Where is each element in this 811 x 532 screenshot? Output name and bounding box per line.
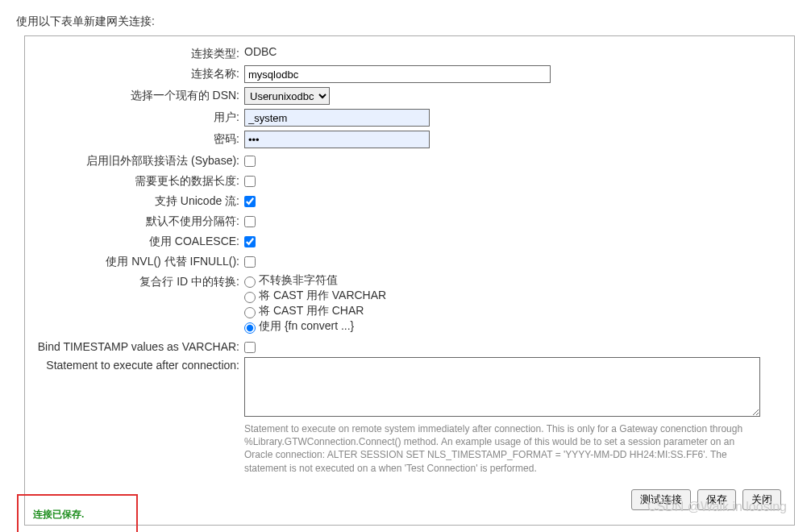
close-button[interactable]: 关闭 xyxy=(742,489,781,510)
unicode-checkbox[interactable] xyxy=(244,196,256,207)
label-password: 密码: xyxy=(35,130,244,147)
user-input[interactable] xyxy=(244,109,430,127)
no-separator-checkbox[interactable] xyxy=(244,216,256,227)
label-nvl: 使用 NVL() 代替 IFNULL(): xyxy=(35,252,244,269)
form-panel: 连接类型: ODBC 连接名称: 选择一个现有的 DSN: Userunixod… xyxy=(24,35,795,526)
radio-cast-char[interactable] xyxy=(244,307,256,318)
radio-label-cast-char: 将 CAST 用作 CHAR xyxy=(259,304,364,318)
label-user: 用户: xyxy=(35,108,244,125)
label-select-dsn: 选择一个现有的 DSN: xyxy=(35,86,244,103)
conn-name-input[interactable] xyxy=(244,65,551,83)
saved-message: 连接已保存. xyxy=(33,509,84,520)
longer-data-checkbox[interactable] xyxy=(244,176,256,187)
label-no-separator: 默认不使用分隔符: xyxy=(35,212,244,229)
radio-label-no-convert: 不转换非字符值 xyxy=(259,273,338,288)
radio-label-fn-convert: 使用 {fn convert ...} xyxy=(259,319,354,334)
radio-fn-convert[interactable] xyxy=(244,322,256,334)
label-coalesce: 使用 COALESCE: xyxy=(35,232,244,249)
label-conn-type: 连接类型: xyxy=(35,44,244,61)
page-header: 使用以下表单新建网关连接: xyxy=(0,0,811,35)
dsn-select[interactable]: Userunixodbc xyxy=(244,87,330,105)
radio-no-convert[interactable] xyxy=(244,276,256,288)
nvl-checkbox[interactable] xyxy=(244,256,256,268)
value-conn-type: ODBC xyxy=(244,44,784,58)
coalesce-checkbox[interactable] xyxy=(244,236,256,247)
label-longer-data: 需要更长的数据长度: xyxy=(35,172,244,189)
statement-help-text: Statement to execute on remote system im… xyxy=(244,422,760,475)
label-composite-id: 复合行 ID 中的转换: xyxy=(35,272,244,289)
password-input[interactable] xyxy=(244,131,430,148)
radio-cast-varchar[interactable] xyxy=(244,292,256,303)
label-unicode: 支持 Unicode 流: xyxy=(35,192,244,209)
label-bind-timestamp: Bind TIMESTAMP values as VARCHAR: xyxy=(35,338,244,353)
test-connection-button[interactable]: 测试连接 xyxy=(631,489,691,510)
label-statement: Statement to execute after connection: xyxy=(35,356,244,372)
sybase-checkbox[interactable] xyxy=(244,156,256,167)
label-conn-name: 连接名称: xyxy=(35,64,244,81)
statement-textarea[interactable] xyxy=(244,357,760,417)
button-row: 测试连接 保存 关闭 xyxy=(35,489,784,510)
label-sybase: 启用旧外部联接语法 (Sybase): xyxy=(35,152,244,168)
bind-timestamp-checkbox[interactable] xyxy=(244,342,256,353)
save-button[interactable]: 保存 xyxy=(697,489,736,510)
radio-label-cast-varchar: 将 CAST 用作 VARCHAR xyxy=(259,289,386,303)
saved-message-box: 连接已保存. xyxy=(17,494,138,532)
